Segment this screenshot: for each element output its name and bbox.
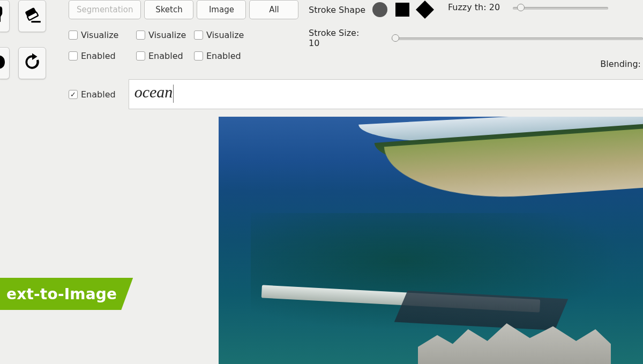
image-enabled-cell: Enabled [194, 51, 252, 61]
checkbox-grid: Visualize Visualize Visualize Enabled En… [69, 30, 252, 72]
tool-row-2 [0, 47, 46, 79]
sketch-enabled-cell: Enabled [136, 51, 194, 61]
image-visualize-checkbox[interactable] [194, 31, 203, 40]
prompt-text-input[interactable]: ocean [129, 79, 643, 109]
tool-column [0, 0, 46, 79]
segmentation-visualize-checkbox[interactable] [69, 31, 78, 40]
blending-label: Blending: [600, 59, 641, 69]
text-enabled-checkbox[interactable] [69, 90, 78, 99]
image-enabled-checkbox[interactable] [194, 51, 203, 60]
checkbox-label: Enabled [148, 51, 183, 61]
image-canvas[interactable] [219, 117, 643, 364]
text-input-row: Enabled ocean [69, 79, 643, 109]
square-icon [395, 3, 409, 17]
stroke-shape-diamond[interactable] [417, 2, 433, 18]
fuzzy-threshold-slider[interactable] [513, 3, 608, 12]
fuzzy-threshold-group: Fuzzy th: 20 [448, 2, 608, 12]
sketch-visualize-checkbox[interactable] [136, 31, 145, 40]
stroke-shape-circle[interactable] [372, 2, 388, 18]
sketch-enabled-checkbox[interactable] [136, 51, 145, 60]
segmentation-enabled-checkbox[interactable] [69, 51, 78, 60]
tool-row-1 [0, 0, 46, 32]
text-enabled-cell: Enabled [69, 89, 116, 100]
slider-track [392, 37, 643, 40]
redo-icon [22, 52, 42, 74]
segmentation-button[interactable]: Segmentation [69, 0, 141, 19]
all-button[interactable]: All [249, 0, 298, 19]
sketch-visualize-cell: Visualize [136, 30, 194, 40]
fuzzy-threshold-label: Fuzzy th: 20 [448, 2, 500, 12]
mode-button-row: Segmentation Sketch Image All [69, 0, 298, 19]
stroke-size-group: Stroke Size: 10 [309, 28, 643, 48]
checkbox-label: Visualize [206, 30, 244, 40]
stroke-shape-label: Stroke Shape [309, 5, 365, 15]
stroke-size-label: Stroke Size: 10 [309, 28, 372, 48]
checkbox-label: Visualize [81, 30, 118, 40]
enabled-row: Enabled Enabled Enabled [69, 51, 252, 61]
sketch-button[interactable]: Sketch [144, 0, 193, 19]
stroke-size-slider[interactable] [392, 33, 643, 43]
checkbox-label: Enabled [206, 51, 241, 61]
stroke-shape-group: Stroke Shape [309, 0, 433, 19]
diamond-icon [416, 1, 434, 19]
checkbox-label: Enabled [81, 51, 116, 61]
circle-icon [372, 2, 387, 17]
slider-track [513, 7, 608, 10]
checkbox-label: Enabled [81, 89, 116, 100]
image-button[interactable]: Image [197, 0, 246, 19]
text-caret [173, 85, 174, 103]
slider-thumb[interactable] [517, 4, 525, 11]
undo-icon [0, 52, 15, 74]
brush-icon [0, 5, 15, 27]
visualize-row: Visualize Visualize Visualize [69, 30, 252, 40]
slider-thumb[interactable] [392, 34, 399, 42]
image-visualize-cell: Visualize [194, 30, 252, 40]
redo-tool-button[interactable] [18, 47, 46, 79]
checkbox-label: Visualize [148, 30, 186, 40]
stroke-shape-square[interactable] [394, 2, 410, 18]
eraser-tool-button[interactable] [18, 0, 46, 32]
eraser-icon [22, 5, 42, 27]
prompt-text-value: ocean [134, 83, 173, 101]
text-to-image-badge: ext-to-Image [0, 278, 133, 310]
brush-tool-button[interactable] [0, 0, 10, 32]
svg-rect-2 [31, 21, 40, 22]
segmentation-visualize-cell: Visualize [69, 30, 136, 40]
segmentation-enabled-cell: Enabled [69, 51, 136, 61]
undo-tool-button[interactable] [0, 47, 10, 79]
